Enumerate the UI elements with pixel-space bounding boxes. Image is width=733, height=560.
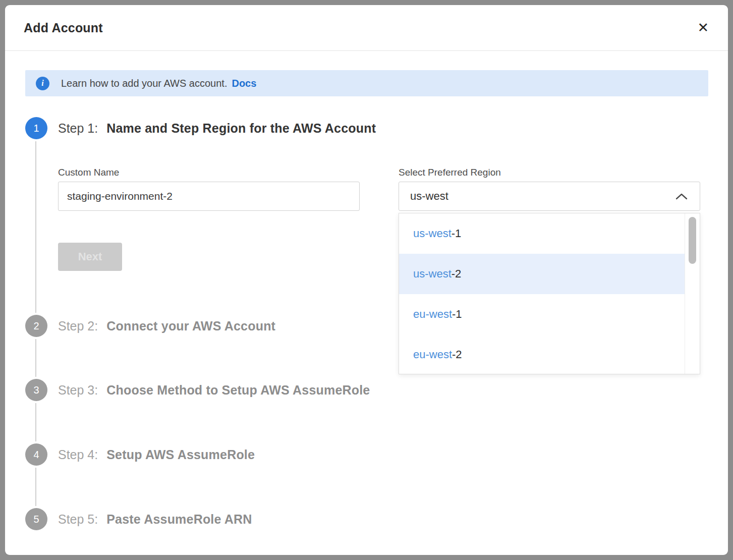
region-option-eu-west-1[interactable]: eu-west-1 [399,294,685,334]
banner-text: Learn how to add your AWS account. [61,78,227,89]
step-number: 1 [33,123,39,134]
region-option-eu-west-2[interactable]: eu-west-2 [399,334,685,375]
close-button[interactable]: ✕ [697,21,709,35]
step-indicator-2: 2 [25,315,47,337]
option-match-text: us-west [413,227,452,240]
region-select-value: us-west [410,190,448,203]
step-indicator-3: 3 [25,379,47,401]
step-indicator-1: 1 [25,117,47,139]
option-match-text: us-west [413,267,452,281]
step-2-heading: Step 2: Connect your AWS Account [58,315,275,337]
option-rest-text: -1 [452,308,462,321]
step-connector [35,468,36,506]
chevron-up-icon [675,193,688,200]
step-number: 4 [33,449,39,461]
add-account-modal: Add Account ✕ i Learn how to add your AW… [5,5,728,555]
step-title: Connect your AWS Account [106,319,275,333]
step-title: Choose Method to Setup AWS AssumeRole [106,383,370,398]
step-5-heading: Step 5: Paste AssumeRole ARN [58,508,252,530]
step-title: Setup AWS AssumeRole [106,447,255,462]
info-icon: i [36,77,49,90]
step-connector [35,141,36,313]
step-label: Step 3: [58,383,98,398]
step-label: Step 4: [58,447,98,462]
docs-link[interactable]: Docs [232,78,256,89]
step-number: 5 [33,514,39,525]
next-button[interactable]: Next [58,243,122,271]
region-option-us-west-1[interactable]: us-west-1 [399,213,685,254]
modal-title: Add Account [24,21,103,35]
dropdown-scrollbar-thumb[interactable] [689,217,696,264]
region-select[interactable]: us-west [399,182,700,211]
region-option-us-west-2[interactable]: us-west-2 [399,254,685,294]
step-indicator-4: 4 [25,443,47,466]
custom-name-label: Custom Name [58,167,119,178]
step-indicator-5: 5 [25,508,47,530]
dropdown-scrollbar-track [685,213,700,374]
custom-name-input[interactable] [58,182,360,211]
region-label: Select Preferred Region [399,167,501,178]
option-match-text: eu-west [413,348,452,361]
step-label: Step 2: [58,319,98,333]
step-title: Name and Step Region for the AWS Account [106,121,376,136]
step-3-heading: Step 3: Choose Method to Setup AWS Assum… [58,379,370,401]
option-rest-text: -2 [452,348,462,361]
step-label: Step 1: [58,121,98,136]
modal-header: Add Account ✕ [5,5,728,51]
step-number: 3 [33,384,39,396]
step-4-heading: Step 4: Setup AWS AssumeRole [58,443,255,466]
step-label: Step 5: [58,512,98,527]
region-dropdown: us-west-1 us-west-2 eu-west-1 eu-west-2 [399,213,700,374]
step-connector [35,339,36,377]
step-1-heading: Step 1: Name and Step Region for the AWS… [58,117,376,139]
step-title: Paste AssumeRole ARN [106,512,252,527]
close-icon: ✕ [697,20,709,35]
option-rest-text: -2 [452,267,462,281]
option-match-text: eu-west [413,308,452,321]
info-banner: i Learn how to add your AWS account. Doc… [25,70,708,96]
step-number: 2 [33,320,39,332]
option-rest-text: -1 [452,227,462,240]
step-connector [35,403,36,441]
